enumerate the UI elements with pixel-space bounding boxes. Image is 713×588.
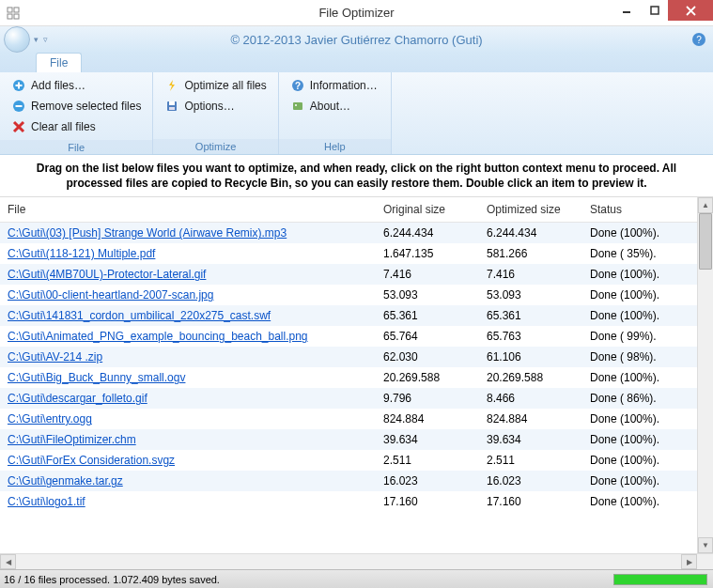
cell-file[interactable]: C:\Guti\logo1.tif [0, 491, 376, 512]
scroll-up-button[interactable]: ▲ [698, 197, 713, 213]
cell-file[interactable]: C:\Guti\genmake.tar.gz [0, 471, 376, 491]
cell-optimized: 17.160 [479, 491, 582, 512]
table-row[interactable]: C:\Guti\(03) [Push] Strange World (Airwa… [0, 223, 697, 244]
tab-file[interactable]: File [36, 53, 82, 72]
cell-optimized: 6.244.434 [479, 223, 582, 244]
cell-file[interactable]: C:\Guti\00-client-heartland-2007-scan.jp… [0, 285, 376, 305]
horizontal-scrollbar[interactable]: ◀ ▶ [0, 553, 713, 569]
cell-status: Done (100%). [582, 264, 697, 285]
statusbar: 16 / 16 files processed. 1.072.409 bytes… [0, 569, 713, 588]
table-row[interactable]: C:\Guti\Animated_PNG_example_bouncing_be… [0, 326, 697, 347]
table-row[interactable]: C:\Guti\AV-214 .zip62.03061.106Done ( 98… [0, 347, 697, 367]
cell-file[interactable]: C:\Guti\entry.ogg [0, 409, 376, 429]
window-controls [612, 0, 713, 21]
table-row[interactable]: C:\Guti\ForEx Consideration.svgz2.5112.5… [0, 450, 697, 471]
disk-icon [164, 99, 179, 114]
svg-rect-20 [293, 102, 302, 110]
file-link[interactable]: C:\Guti\(4MB70UL)-Protector-Lateral.gif [8, 268, 206, 281]
cell-status: Done (100%). [582, 491, 697, 512]
col-header-status[interactable]: Status [582, 197, 697, 223]
minus-icon [11, 99, 26, 114]
col-header-optimized[interactable]: Optimized size [479, 197, 582, 223]
minimize-button[interactable] [612, 0, 640, 21]
cell-file[interactable]: C:\Guti\Big_Buck_Bunny_small.ogv [0, 367, 376, 388]
table-row[interactable]: C:\Guti\FileOptimizer.chm39.63439.634Don… [0, 429, 697, 450]
quick-access-toolbar[interactable]: ▾▿ [34, 35, 48, 44]
ribbon-group-file-label: File [0, 140, 152, 155]
scroll-right-button[interactable]: ▶ [681, 554, 697, 569]
clear-files-button[interactable]: Clear all files [8, 117, 145, 136]
app-icon [6, 6, 21, 21]
optimize-all-button[interactable]: Optimize all files [161, 76, 270, 95]
table-row[interactable]: C:\Guti\genmake.tar.gz16.02316.023Done (… [0, 471, 697, 491]
close-button[interactable] [668, 0, 713, 21]
file-link[interactable]: C:\Guti\logo1.tif [8, 495, 85, 508]
col-header-original[interactable]: Original size [376, 197, 479, 223]
file-link[interactable]: C:\Guti\(03) [Push] Strange World (Airwa… [8, 226, 287, 240]
cell-original: 62.030 [376, 347, 479, 367]
window-title: File Optimizer [318, 6, 394, 20]
table-row[interactable]: C:\Guti\entry.ogg824.884824.884Done (100… [0, 409, 697, 429]
table-row[interactable]: C:\Guti\141831_cordon_umbilical_220x275_… [0, 305, 697, 326]
optimize-all-label: Optimize all files [184, 79, 266, 92]
table-row[interactable]: C:\Guti\(4MB70UL)-Protector-Lateral.gif7… [0, 264, 697, 285]
cell-file[interactable]: C:\Guti\141831_cordon_umbilical_220x275_… [0, 305, 376, 326]
col-header-file[interactable]: File [0, 197, 376, 223]
cell-status: Done ( 35%). [582, 243, 697, 264]
svg-rect-5 [651, 7, 659, 14]
file-link[interactable]: C:\Guti\AV-214 .zip [8, 350, 102, 364]
cell-optimized: 7.416 [479, 264, 582, 285]
information-button[interactable]: ? Information… [287, 76, 383, 95]
about-button[interactable]: About… [287, 97, 383, 116]
file-link[interactable]: C:\Guti\Big_Buck_Bunny_small.ogv [8, 371, 185, 384]
file-link[interactable]: C:\Guti\genmake.tar.gz [8, 474, 123, 487]
file-link[interactable]: C:\Guti\ForEx Consideration.svgz [8, 454, 175, 467]
cell-original: 2.511 [376, 450, 479, 471]
cell-file[interactable]: C:\Guti\FileOptimizer.chm [0, 429, 376, 450]
help-icon[interactable]: ? [692, 33, 705, 46]
table-row[interactable]: C:\Guti\Big_Buck_Bunny_small.ogv20.269.5… [0, 367, 697, 388]
cell-file[interactable]: C:\Guti\(118-121) Multiple.pdf [0, 243, 376, 264]
file-link[interactable]: C:\Guti\entry.ogg [8, 412, 92, 426]
info-icon: ? [290, 78, 305, 93]
table-row[interactable]: C:\Guti\descargar_folleto.gif9.7968.466D… [0, 388, 697, 409]
header: ▾▿ © 2012-2013 Javier Gutiérrez Chamorro… [0, 26, 713, 53]
cell-status: Done (100%). [582, 367, 697, 388]
cell-original: 16.023 [376, 471, 479, 491]
options-button[interactable]: Options… [161, 97, 270, 116]
scroll-thumb[interactable] [699, 213, 712, 270]
scroll-left-button[interactable]: ◀ [0, 554, 16, 569]
file-link[interactable]: C:\Guti\FileOptimizer.chm [8, 433, 136, 446]
file-table[interactable]: File Original size Optimized size Status… [0, 197, 697, 512]
file-link[interactable]: C:\Guti\141831_cordon_umbilical_220x275_… [8, 309, 271, 322]
remove-files-label: Remove selected files [31, 100, 141, 113]
cell-optimized: 61.106 [479, 347, 582, 367]
table-row[interactable]: C:\Guti\00-client-heartland-2007-scan.jp… [0, 285, 697, 305]
information-label: Information… [310, 79, 378, 92]
scroll-down-button[interactable]: ▼ [698, 537, 713, 553]
cell-original: 1.647.135 [376, 243, 479, 264]
hscroll-track[interactable] [16, 554, 681, 569]
lightning-icon [164, 78, 179, 93]
table-row[interactable]: C:\Guti\logo1.tif17.16017.160Done (100%)… [0, 491, 697, 512]
vertical-scrollbar[interactable]: ▲ ▼ [697, 197, 713, 553]
cell-status: Done ( 98%). [582, 347, 697, 367]
cell-file[interactable]: C:\Guti\(4MB70UL)-Protector-Lateral.gif [0, 264, 376, 285]
instructions-text: Drag on the list below files you want to… [0, 155, 713, 197]
svg-rect-0 [8, 8, 12, 12]
cell-file[interactable]: C:\Guti\Animated_PNG_example_bouncing_be… [0, 326, 376, 347]
add-files-button[interactable]: Add files… [8, 76, 145, 95]
cell-file[interactable]: C:\Guti\(03) [Push] Strange World (Airwa… [0, 223, 376, 244]
file-link[interactable]: C:\Guti\descargar_folleto.gif [8, 392, 147, 405]
remove-files-button[interactable]: Remove selected files [8, 97, 145, 116]
app-orb[interactable] [4, 26, 30, 53]
cell-file[interactable]: C:\Guti\ForEx Consideration.svgz [0, 450, 376, 471]
about-icon [290, 99, 305, 114]
cell-file[interactable]: C:\Guti\AV-214 .zip [0, 347, 376, 367]
cell-file[interactable]: C:\Guti\descargar_folleto.gif [0, 388, 376, 409]
file-link[interactable]: C:\Guti\00-client-heartland-2007-scan.jp… [8, 288, 213, 302]
file-link[interactable]: C:\Guti\(118-121) Multiple.pdf [8, 247, 155, 260]
file-link[interactable]: C:\Guti\Animated_PNG_example_bouncing_be… [8, 330, 308, 343]
table-row[interactable]: C:\Guti\(118-121) Multiple.pdf1.647.1355… [0, 243, 697, 264]
maximize-button[interactable] [640, 0, 668, 21]
